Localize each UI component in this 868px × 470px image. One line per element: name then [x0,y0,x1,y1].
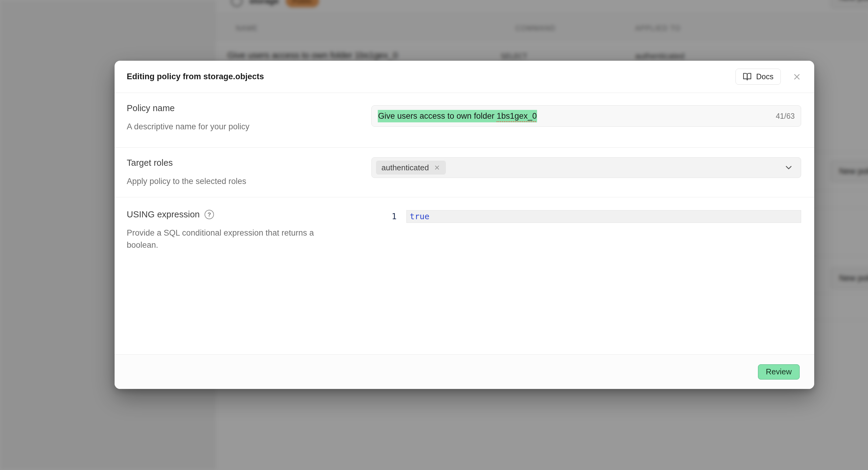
policy-name-label: Policy name [127,103,353,113]
close-button[interactable] [790,70,804,84]
policy-name-input[interactable]: Give users access to own folder 1bs1gex_… [371,105,801,127]
modal-footer: Review [115,354,814,389]
docs-button-label: Docs [756,72,773,81]
role-chip-authenticated[interactable]: authenticated [376,161,446,175]
modal-title: Editing policy from storage.objects [127,72,736,81]
chevron-down-icon [784,163,794,172]
sql-editor[interactable]: 1 true [382,210,801,223]
modal-header: Editing policy from storage.objects Docs [115,61,814,93]
policy-name-selected-text: Give users access to own folder 1bs1gex_… [378,110,537,122]
policy-name-description: A descriptive name for your policy [127,121,327,133]
using-expression-label-block: USING expression ? Provide a SQL conditi… [127,197,371,354]
char-counter: 41/63 [776,112,795,121]
target-roles-section: Target roles Apply policy to the selecte… [115,147,814,197]
using-expression-description: Provide a SQL conditional expression tha… [127,227,327,251]
help-icon[interactable]: ? [205,210,214,219]
role-chip-label: authenticated [381,163,429,172]
remove-role-icon[interactable] [434,164,440,171]
sql-code-line[interactable]: true [406,210,801,223]
target-roles-select[interactable]: authenticated [371,157,801,178]
target-roles-label: Target roles [127,158,353,168]
target-roles-label-block: Target roles Apply policy to the selecte… [127,147,371,197]
docs-button[interactable]: Docs [736,69,781,85]
target-roles-description: Apply policy to the selected roles [127,175,327,187]
review-button[interactable]: Review [758,364,800,379]
line-number: 1 [382,210,406,223]
using-expression-label: USING expression [127,209,200,220]
close-icon [792,72,801,81]
edit-policy-modal: Editing policy from storage.objects Docs… [115,61,814,389]
policy-name-section: Policy name A descriptive name for your … [115,93,814,147]
using-expression-section: USING expression ? Provide a SQL conditi… [115,197,814,354]
misspelled-token: 1bs1gex_0 [497,111,537,121]
book-open-icon [743,72,752,81]
policy-name-label-block: Policy name A descriptive name for your … [127,93,371,147]
